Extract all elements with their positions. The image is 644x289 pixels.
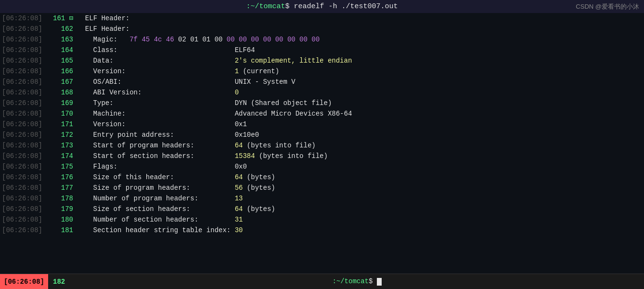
- line-number: 173: [53, 140, 77, 151]
- content-part: Class:: [77, 46, 235, 54]
- content-part: (bytes): [243, 205, 275, 213]
- line-content: Size of program headers: 56 (bytes): [77, 183, 644, 193]
- content-part: Data:: [77, 57, 235, 65]
- bottom-linenum: 182: [48, 278, 70, 286]
- content-part: 64: [235, 142, 243, 149]
- content-part: 64: [235, 205, 243, 213]
- terminal-line: [06:26:08]163 Magic: 7f 45 4c 46 02 01 0…: [0, 34, 644, 45]
- line-number: 176: [53, 172, 77, 183]
- line-time: [06:26:08]: [0, 55, 53, 66]
- line-content: Start of program headers: 64 (bytes into…: [77, 140, 644, 151]
- line-number: 175: [53, 161, 77, 172]
- terminal-line: [06:26:08]181 Section header string tabl…: [0, 225, 644, 236]
- line-number: 172: [53, 130, 77, 140]
- terminal-line: [06:26:08]167 OS/ABI: UNIX - System V: [0, 77, 644, 87]
- line-number: 165: [53, 55, 77, 66]
- line-time: [06:26:08]: [0, 172, 53, 183]
- terminal-line: [06:26:08]164 Class: ELF64: [0, 45, 644, 55]
- bottom-time: [06:26:08]: [0, 274, 48, 289]
- terminal-line: [06:26:08]165 Data: 2's complement, litt…: [0, 55, 644, 66]
- content-part: 31: [235, 216, 243, 223]
- line-content: Version: 0x1: [77, 119, 644, 130]
- line-number: 164: [53, 45, 77, 55]
- content-part: Magic:: [77, 36, 129, 43]
- content-part: Size of this header:: [77, 173, 235, 181]
- content-part: 02 01 01 00: [174, 36, 223, 43]
- terminal-line: [06:26:08]162 ELF Header:: [0, 24, 644, 34]
- line-content: ELF Header:: [77, 24, 644, 34]
- content-part: 2's complement, little endian: [235, 57, 352, 65]
- bottom-path-text: :~/tomcat: [332, 277, 369, 285]
- content-part: Start of section headers:: [77, 152, 235, 160]
- content-part: Start of program headers:: [77, 142, 235, 149]
- line-content: ELF Header:: [77, 13, 644, 24]
- content-part: OS/ABI:: [77, 78, 235, 86]
- content-part: Number of program headers:: [77, 195, 235, 202]
- line-content: Version: 1 (current): [77, 66, 644, 77]
- content-part: 00 00 00 00 00 00 00 00: [222, 36, 320, 43]
- line-content: Section header string table index: 30: [77, 225, 644, 236]
- content-part: (bytes into file): [255, 152, 328, 160]
- content-part: Machine:: [77, 110, 235, 118]
- line-time: [06:26:08]: [0, 66, 53, 77]
- line-content: Size of this header: 64 (bytes): [77, 172, 644, 183]
- line-time: [06:26:08]: [0, 87, 53, 98]
- bottom-path: :~/tomcat$: [70, 277, 644, 285]
- bottom-bar: [06:26:08] 182 :~/tomcat$: [0, 274, 644, 289]
- bottom-dollar: $: [369, 277, 373, 285]
- line-content: Start of section headers: 15384 (bytes i…: [77, 151, 644, 161]
- line-content: Magic: 7f 45 4c 46 02 01 01 00 00 00 00 …: [77, 34, 644, 45]
- content-part: ELF Header:: [77, 14, 129, 22]
- terminal-line: [06:26:08]166 Version: 1 (current): [0, 66, 644, 77]
- line-number: 179: [53, 204, 77, 214]
- line-time: [06:26:08]: [0, 119, 53, 130]
- terminal-line: [06:26:08]171 Version: 0x1: [0, 119, 644, 130]
- line-number: 166: [53, 66, 77, 77]
- content-part: 64: [235, 173, 243, 181]
- content-part: 15384: [235, 152, 255, 160]
- title-bar: :~/tomcat$ readelf -h ./test007.out CSDN…: [0, 0, 644, 13]
- terminal-line: [06:26:08]174 Start of section headers: …: [0, 151, 644, 161]
- line-number: 162: [53, 24, 77, 34]
- content-part: Flags:: [77, 163, 235, 171]
- content-part: 0x10e0: [235, 131, 259, 139]
- line-time: [06:26:08]: [0, 225, 53, 236]
- content-part: DYN (Shared object file): [235, 99, 332, 107]
- content-area: [06:26:08]161 ⊟ ELF Header:[06:26:08]162…: [0, 13, 644, 274]
- content-part: (bytes): [243, 184, 275, 192]
- content-part: ELF Header:: [77, 25, 129, 33]
- terminal-line: [06:26:08]169 Type: DYN (Shared object f…: [0, 98, 644, 108]
- content-part: 1: [235, 67, 239, 75]
- terminal-line: [06:26:08]168 ABI Version: 0: [0, 87, 644, 98]
- line-number: 177: [53, 183, 77, 193]
- terminal-line: [06:26:08]180 Number of section headers:…: [0, 214, 644, 225]
- line-time: [06:26:08]: [0, 151, 53, 161]
- line-number: 171: [53, 119, 77, 130]
- content-part: Type:: [77, 99, 235, 107]
- line-time: [06:26:08]: [0, 183, 53, 193]
- content-part: Size of program headers:: [77, 184, 235, 192]
- line-content: OS/ABI: UNIX - System V: [77, 77, 644, 87]
- line-time: [06:26:08]: [0, 24, 53, 34]
- line-time: [06:26:08]: [0, 204, 53, 214]
- title-path: :~/tomcat: [246, 2, 285, 11]
- line-number: 167: [53, 77, 77, 87]
- content-part: 0: [235, 89, 239, 96]
- content-part: Version:: [77, 120, 235, 128]
- line-number: 181: [53, 225, 77, 236]
- content-part: (bytes): [243, 173, 275, 181]
- line-content: Number of program headers: 13: [77, 193, 644, 204]
- line-content: Entry point address: 0x10e0: [77, 130, 644, 140]
- line-time: [06:26:08]: [0, 77, 53, 87]
- content-part: 7f 45 4c 46: [129, 36, 174, 43]
- line-number: 180: [53, 214, 77, 225]
- line-number: 168: [53, 87, 77, 98]
- line-time: [06:26:08]: [0, 34, 53, 45]
- line-number: 169: [53, 98, 77, 108]
- line-number: 170: [53, 108, 77, 119]
- terminal-line: [06:26:08]179 Size of section headers: 6…: [0, 204, 644, 214]
- terminal-line: [06:26:08]178 Number of program headers:…: [0, 193, 644, 204]
- cursor: [377, 278, 382, 286]
- title-command: readelf -h ./test007.out: [289, 2, 398, 11]
- line-time: [06:26:08]: [0, 214, 53, 225]
